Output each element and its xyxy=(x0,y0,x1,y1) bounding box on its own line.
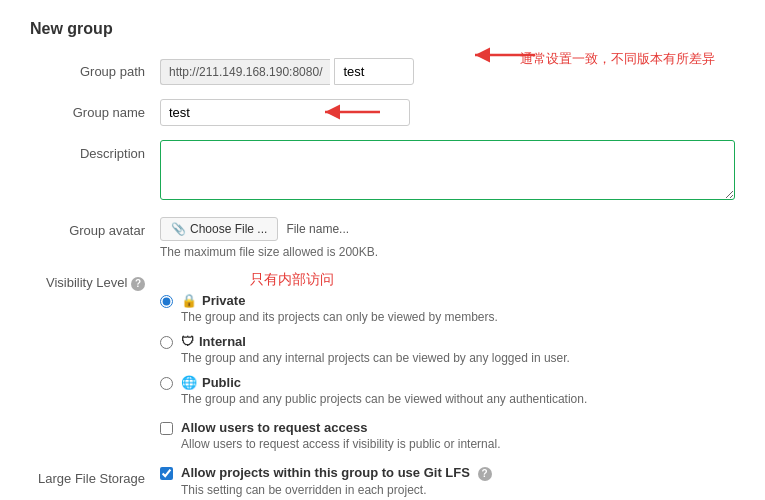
internal-label: Internal xyxy=(199,334,246,349)
visibility-option-internal: 🛡 Internal The group and any internal pr… xyxy=(160,334,735,365)
file-size-note: The maximum file size allowed is 200KB. xyxy=(160,245,735,259)
visibility-option-private: 🔒 Private The group and its projects can… xyxy=(160,293,735,324)
private-label: Private xyxy=(202,293,245,308)
public-desc: The group and any public projects can be… xyxy=(181,392,587,406)
lfs-checkbox[interactable] xyxy=(160,467,173,480)
group-name-label: Group name xyxy=(30,99,160,120)
group-path-prefix: http://211.149.168.190:8080/ xyxy=(160,59,330,85)
visibility-radio-private[interactable] xyxy=(160,295,173,308)
description-input[interactable] xyxy=(160,140,735,200)
lfs-checkbox-label: Allow projects within this group to use … xyxy=(181,465,492,480)
spacer-label-access xyxy=(30,420,160,426)
visibility-option-public: 🌐 Public The group and any public projec… xyxy=(160,375,735,406)
choose-file-label: Choose File ... xyxy=(190,222,267,236)
allow-request-access-checkbox[interactable] xyxy=(160,422,173,435)
visibility-level-label: Visibility Level ? xyxy=(30,273,160,291)
globe-icon: 🌐 xyxy=(181,375,197,390)
choose-file-button[interactable]: 📎 Choose File ... xyxy=(160,217,278,241)
group-path-input[interactable] xyxy=(334,58,414,85)
private-desc: The group and its projects can only be v… xyxy=(181,310,498,324)
lfs-info-icon[interactable]: ? xyxy=(478,467,492,481)
visibility-radio-internal[interactable] xyxy=(160,336,173,349)
description-label: Description xyxy=(30,140,160,161)
public-label: Public xyxy=(202,375,241,390)
only-internal-annotation: 只有内部访问 xyxy=(250,271,334,289)
paperclip-icon: 📎 xyxy=(171,222,186,236)
lfs-note: This setting can be overridden in each p… xyxy=(181,483,492,497)
allow-request-access-desc: Allow users to request access if visibil… xyxy=(181,437,500,451)
visibility-radio-public[interactable] xyxy=(160,377,173,390)
internal-desc: The group and any internal projects can … xyxy=(181,351,570,365)
shield-icon: 🛡 xyxy=(181,334,194,349)
visibility-info-icon[interactable]: ? xyxy=(131,277,145,291)
lock-icon: 🔒 xyxy=(181,293,197,308)
lfs-label: Large File Storage xyxy=(30,465,160,486)
page-title: New group xyxy=(30,20,735,38)
chinese-annotation: 通常设置一致，不同版本有所差异 xyxy=(520,50,715,68)
arrow-icon-2 xyxy=(315,101,385,123)
group-avatar-label: Group avatar xyxy=(30,217,160,238)
file-name-placeholder: File name... xyxy=(286,222,349,236)
group-path-label: Group path xyxy=(30,58,160,79)
allow-request-access-label: Allow users to request access xyxy=(181,420,367,435)
